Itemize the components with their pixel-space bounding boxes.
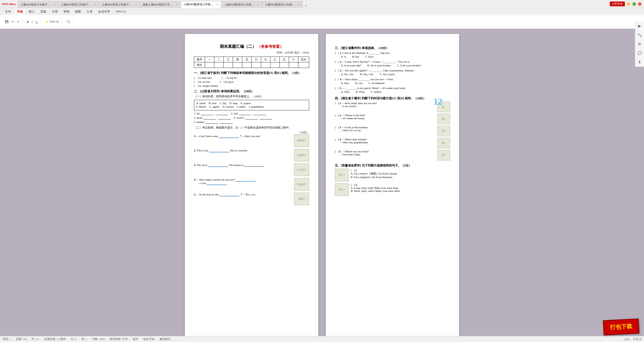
score-table-header: 四 xyxy=(233,57,242,62)
section4-title: 四、[湖北省十堰市] 判断下列对话与图片是(Y) 否(N) 相符。（10分） 1… xyxy=(335,96,450,101)
classify-row: 1. fat 2. ball xyxy=(194,112,309,115)
view-controls[interactable]: ⊡ ☰ ⊟ xyxy=(633,337,642,341)
redo-button[interactable]: ↪ xyxy=(16,20,20,24)
ribbon-tab-插入[interactable]: 插入 xyxy=(26,9,37,14)
word-item: G. apples xyxy=(209,105,220,108)
side-zoom-out-button[interactable]: ⚙ xyxy=(636,40,643,48)
side-zoom-in-button[interactable]: 🔍 xyxy=(636,31,643,38)
item-image: 葡萄图片 xyxy=(294,134,309,147)
search-button[interactable]: 🔍 xyxy=(66,20,71,24)
main-area: 期末真题汇编（二） （有参考答案） 时间：40分钟 满分：100分 题号一二三四… xyxy=(0,29,644,342)
score-table-cell xyxy=(270,62,279,68)
section4-image: 图2 xyxy=(437,114,450,124)
add-tab-button[interactable]: + xyxy=(303,4,308,8)
ribbon-tab-引用[interactable]: 引用 xyxy=(49,9,60,14)
section1-item-left: ( ) 3. cut fun xyxy=(194,80,210,83)
score-table-header: 八 xyxy=(270,57,279,62)
section2-sub2-title: （二）学以致用。根据图片提示，从（ ）中选择合适的单词书写在四线三格中。 xyxy=(194,126,309,130)
choice-item: A. Is he your dad? xyxy=(341,64,361,67)
tab-close-2[interactable]: ✕ xyxy=(135,3,137,6)
score-table-cell xyxy=(298,62,309,68)
choice-item: A. bear xyxy=(341,81,349,84)
tab-5[interactable]: 人教PEP版英语三年级下册期末综合查...✕ xyxy=(222,1,262,8)
sub2-item: 蜡笔图片4. —How many crayons do you see? —I … xyxy=(194,178,309,191)
tab-close-3[interactable]: ✕ xyxy=(176,3,178,6)
sub2-item-text: 2. This is my She is a teacher. xyxy=(194,149,248,152)
page-indicator: 页码: 1 xyxy=(3,337,11,341)
settings-indicator: 设置距离: 2.5厘米 xyxy=(44,337,66,341)
ribbon-tab-会员专享[interactable]: 会员专享 xyxy=(96,9,113,14)
section5-item: 图片2( ) 2.A. Long, long, long! Make your … xyxy=(335,183,450,196)
tab-1[interactable]: 人教PEP英语三年级下册期末基础练...✕ xyxy=(59,1,99,8)
score-table-header: 六 xyxy=(252,57,261,62)
tab-close-0[interactable]: ✕ xyxy=(53,3,55,6)
ribbon-file-group: 💾 ↩ ↪ xyxy=(3,20,22,24)
word-box: A. smallB. boatC. bigD. mapE. grapesF. f… xyxy=(194,100,309,110)
section4-image: 图4 xyxy=(437,138,450,148)
score-table-cell xyxy=(279,62,289,68)
download-banner[interactable]: 打包下载 xyxy=(603,318,639,335)
score-table-header: 七 xyxy=(261,57,270,62)
time-info: 时间：40分钟 满分：100分 xyxy=(277,51,309,54)
mode-indicator: 兼容模式 xyxy=(159,337,171,341)
word-item: A. small xyxy=(196,102,206,105)
choice-row: A. bearB. catsC. an elephant xyxy=(341,81,450,84)
ribbon-tab-审阅[interactable]: 审阅 xyxy=(61,9,72,14)
italic-button[interactable]: I xyxy=(31,20,34,24)
maximize-button[interactable] xyxy=(632,2,636,6)
section2-title: 二、[山西省大同市] 单词积累运用。（20分） xyxy=(194,89,309,94)
ribbon-tab-开始[interactable]: 开始 xyxy=(14,9,26,14)
side-comments-button[interactable]: 💬 xyxy=(636,50,643,57)
section4-image: 图5 xyxy=(437,150,450,160)
undo-button[interactable]: ↩ xyxy=(11,20,15,24)
minimize-button[interactable] xyxy=(627,2,630,6)
tab-close-5[interactable]: ✕ xyxy=(257,3,259,6)
score-table-cell xyxy=(224,62,233,68)
ribbon-tab-页面[interactable]: 页面 xyxy=(38,9,49,14)
tab-0[interactable]: 人教PEP英语三年级下册期末综合查...✕ xyxy=(18,1,58,8)
ribbon-tab-视图[interactable]: 视图 xyxy=(72,9,84,14)
word-item: C. big xyxy=(220,102,226,105)
ribbon-tab-工具[interactable]: 工具 xyxy=(84,9,95,14)
tab-6[interactable]: 人教PEP版英语三年级下册期末能力卷...✕ xyxy=(262,1,303,8)
wpsai-button[interactable]: ⚡ WPS AI xyxy=(45,20,60,24)
side-share-button[interactable]: ⬆ xyxy=(636,59,643,66)
top-bar: WPS Office 人教PEP英语三年级下册期末综合查...✕人教PEP英语三… xyxy=(0,0,644,8)
word-classify-rows: 1. fat 2. ball 3. pears 4. twelve 5. mot… xyxy=(194,112,309,124)
section1-item-row: ( ) 3. cut fun( ) 4. pig it xyxy=(194,80,309,83)
tab-close-1[interactable]: ✕ xyxy=(94,3,96,6)
tab-4[interactable]: 人教PEP版英语三年级下册期末卷（二）✕ xyxy=(181,1,221,8)
section1-item-left: ( ) 5. orange mother xyxy=(194,84,218,87)
login-button[interactable]: 立即登录 xyxy=(610,2,625,6)
choice-item: C. Is he your brother? xyxy=(397,64,421,67)
section2-sub2-items: 葡萄图片1. —Can I have some ？—Here you are!老… xyxy=(194,134,309,205)
section5-choices: ( ) 1.A. I'm a beaver（海狸). I'm from Cana… xyxy=(351,169,450,179)
tab-3[interactable]: 最新人教PEP英语三年级下册期末练...✕ xyxy=(140,1,180,8)
ribbon-tab-WPS AI[interactable]: WPS AI xyxy=(113,9,128,14)
choice-row: A. Is he your dad?B. He is your brother.… xyxy=(341,64,450,67)
sub2-item-text: 3. The cat is The mouse is xyxy=(194,163,264,166)
word-item: D. map xyxy=(229,102,237,105)
ribbon-tab-文件[interactable]: 文件 xyxy=(3,9,14,14)
save-button[interactable]: 💾 xyxy=(4,20,10,24)
side-expand-button[interactable]: ▶ xyxy=(636,22,643,29)
tab-2[interactable]: 人教PEP英语三年级下册期末真题C...✕ xyxy=(99,1,140,8)
section4-item: 图2( ) 2. —Where is the bird? —It's under… xyxy=(335,114,450,124)
close-button[interactable] xyxy=(638,2,641,6)
bold-button[interactable]: B xyxy=(26,20,30,24)
wps-logo-icon: WPS Office xyxy=(2,3,16,6)
word-item: E. grapes xyxy=(240,102,251,105)
section5-image: 图片2 xyxy=(335,183,349,196)
choice-item: B. cats xyxy=(355,81,363,84)
section3-title: 三、[浙江省衢州市] 单项选择。（10分） xyxy=(335,46,450,50)
sub2-item-text: 5. —Is the boat on the ？—Yes, it is. xyxy=(194,193,256,196)
tab-close-6[interactable]: ✕ xyxy=(298,3,300,6)
section1-item-right: ( ) 2. leg he xyxy=(222,76,237,79)
score-table-cell xyxy=(233,62,242,68)
choice-item: B. has xyxy=(352,55,359,58)
score-table-cell xyxy=(261,62,270,68)
tab-close-4[interactable]: ✕ xyxy=(216,3,218,6)
section3-item: ( )5. —________ is my pencil, Mum? —It's… xyxy=(335,87,450,93)
underline-button[interactable]: U xyxy=(35,20,39,24)
word-item: B. boat xyxy=(209,102,217,105)
